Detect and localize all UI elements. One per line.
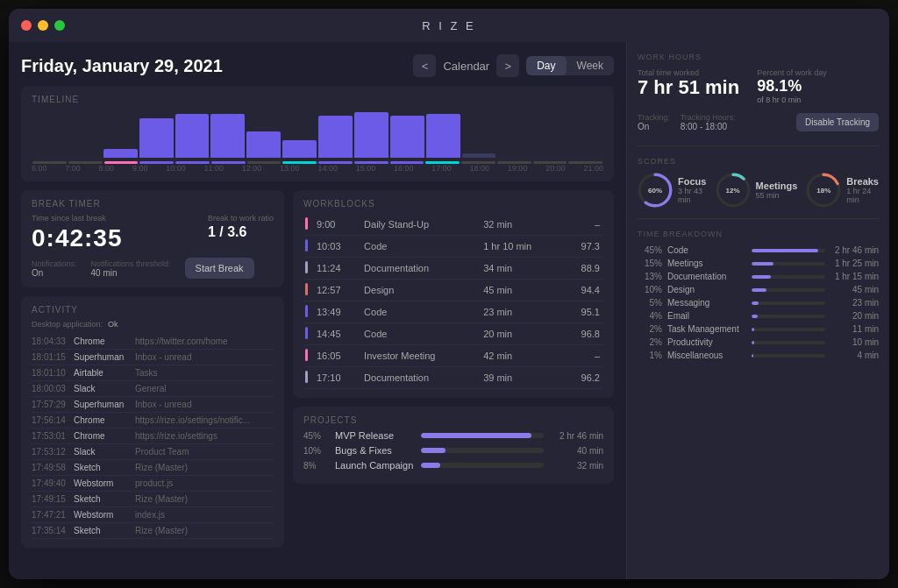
project-time: 32 min: [551, 461, 603, 471]
breakdown-row: 4% Email 20 min: [638, 311, 879, 321]
activity-detail: product.js: [135, 476, 274, 492]
project-row: 8% Launch Campaign 32 min: [303, 460, 603, 471]
workblock-score: 96.2: [564, 367, 603, 389]
workblock-score: –: [564, 345, 603, 367]
breakdown-pct: 5%: [638, 298, 662, 308]
workblock-name: Documentation: [360, 258, 480, 280]
app-title: R I Z E: [422, 19, 475, 32]
workblock-color-cell: [303, 258, 313, 280]
activity-row: 17:57:29SuperhumanInbox - unread: [32, 397, 274, 413]
activity-detail: https://rize.io/settings: [135, 429, 274, 444]
activity-time: 17:56:14: [32, 413, 74, 429]
project-pct: 45%: [303, 431, 328, 441]
breakdown-time: 4 min: [830, 351, 879, 360]
activity-app: Sketch: [74, 460, 135, 476]
activity-detail: Rize (Master): [135, 492, 274, 507]
breakdown-pct: 1%: [638, 351, 662, 360]
activity-time: 17:53:12: [32, 444, 74, 460]
total-worked: Total time worked 7 hr 51 min: [638, 68, 739, 104]
close-button[interactable]: [21, 20, 32, 31]
workblock-name: Code: [360, 323, 480, 345]
breakdown-pct: 4%: [638, 311, 662, 321]
project-name: Launch Campaign: [335, 460, 414, 471]
workblock-row: 17:10 Documentation 39 min 96.2: [303, 367, 603, 389]
timeline-time-label: 7:00: [65, 164, 81, 173]
week-view-button[interactable]: Week: [567, 56, 614, 75]
project-bar: [421, 448, 445, 453]
notifications-label: Notifications:: [32, 259, 77, 268]
breakdown-time: 45 min: [830, 285, 879, 294]
scores-label: SCORES: [638, 157, 879, 166]
timeline-bar: [569, 155, 603, 158]
workblocks-label: WORKBLOCKS: [303, 199, 603, 209]
percent-sub: of 8 hr 0 min: [757, 96, 827, 104]
disable-tracking-button[interactable]: Disable Tracking: [796, 113, 879, 131]
divider-2: [638, 218, 879, 219]
workblock-row: 9:00 Daily Stand-Up 32 min –: [303, 214, 603, 236]
activity-row: 17:53:12SlackProduct Team: [32, 444, 274, 460]
maximize-button[interactable]: [54, 20, 65, 31]
breakdown-pct: 15%: [638, 259, 662, 268]
hours-label: Tracking Hours:: [681, 113, 736, 122]
right-col: WORKBLOCKS 9:00 Daily Stand-Up 32 min – …: [293, 190, 614, 548]
breakdown-bar-container: [752, 288, 825, 292]
minimize-button[interactable]: [38, 20, 48, 31]
percent-workday: Percent of work day 98.1% of 8 hr 0 min: [757, 68, 827, 104]
left-col: BREAK TIMER Time since last break 0:42:3…: [21, 190, 284, 548]
timer-value: 0:42:35: [32, 224, 123, 252]
workblock-score: 95.1: [564, 301, 603, 323]
activity-detail: Inbox - unread: [135, 397, 274, 413]
breakdown-bar-container: [752, 249, 825, 252]
prev-button[interactable]: <: [413, 54, 436, 77]
timeline-label: TIMELINE: [32, 95, 603, 104]
timeline-time-label: 15:00: [356, 164, 376, 173]
workblock-duration: 34 min: [480, 258, 564, 280]
score-item: 60% Focus 3 hr 43 min: [638, 173, 707, 208]
activity-detail: Product Team: [135, 444, 274, 460]
score-sub: 3 hr 43 min: [678, 187, 707, 204]
workblock-row: 11:24 Documentation 34 min 88.9: [303, 258, 603, 280]
activity-app: Slack: [74, 381, 135, 397]
day-view-button[interactable]: Day: [526, 56, 566, 75]
workblock-time: 9:00: [313, 214, 360, 236]
workblock-row: 14:45 Code 20 min 96.8: [303, 323, 603, 345]
workblock-time: 10:03: [313, 236, 360, 258]
score-item: 18% Breaks 1 hr 24 min: [806, 173, 879, 208]
breakdown-pct: 2%: [638, 324, 662, 334]
timeline-bar: [462, 153, 496, 158]
projects-section: PROJECTS 45% MVP Release 2 hr 46 min 10%…: [293, 407, 614, 484]
threshold-info: Notifications threshold: 40 min: [91, 259, 171, 278]
start-break-button[interactable]: Start Break: [185, 258, 254, 279]
next-button[interactable]: >: [496, 54, 519, 77]
activity-label: ACTIVITY: [32, 305, 274, 315]
timeline-time-label: 21:00: [583, 164, 603, 173]
main-panel: Friday, January 29, 2021 < Calendar > Da…: [9, 42, 626, 579]
breakdown-time: 23 min: [830, 298, 879, 308]
timeline-bar: [139, 118, 174, 158]
workblock-duration: 39 min: [480, 367, 564, 389]
score-sub: 1 hr 24 min: [846, 187, 879, 204]
timeline-bar: [318, 116, 353, 158]
activity-row: 18:04:33Chromehttps://twitter.com/home: [32, 334, 274, 350]
desktop-app-value: Ok: [108, 320, 118, 329]
workblock-duration: 45 min: [480, 280, 564, 301]
breakdown-bar: [752, 249, 818, 252]
activity-row: 17:47:21Webstormindex.js: [32, 507, 274, 523]
workblock-color-cell: [303, 345, 313, 367]
breakdown-row: 2% Productivity 10 min: [638, 337, 879, 347]
workblock-color-cell: [303, 367, 313, 389]
project-bar: [421, 463, 440, 468]
activity-section: ACTIVITY Desktop application: Ok 18:04:3…: [21, 296, 284, 548]
breakdown-bar: [752, 354, 753, 358]
breakdown-list: 45% Code 2 hr 46 min 15% Meetings 1 hr 2…: [638, 245, 879, 360]
workblock-color-cell: [303, 280, 313, 301]
breakdown-bar: [752, 275, 771, 279]
timeline-time-label: 20:00: [545, 164, 566, 173]
workblock-time: 11:24: [313, 258, 360, 280]
workblock-name: Code: [360, 236, 480, 258]
timeline-bar: [390, 116, 424, 158]
workblock-table: 9:00 Daily Stand-Up 32 min – 10:03 Code …: [303, 214, 603, 389]
project-name: MVP Release: [335, 430, 414, 441]
breakdown-row: 1% Miscellaneous 4 min: [638, 351, 879, 360]
breakdown-label: TIME BREAKDOWN: [638, 230, 879, 238]
